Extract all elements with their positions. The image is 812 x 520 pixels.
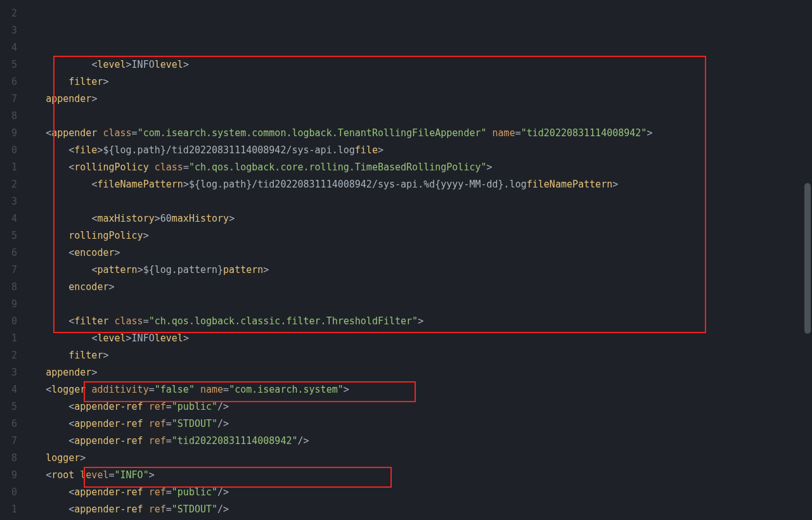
line-number: 9 — [0, 467, 18, 484]
code-line[interactable] — [23, 193, 812, 210]
code-line[interactable]: <appender-ref ref="tid20220831114008942"… — [23, 433, 812, 450]
code-line[interactable]: <maxHistory>60maxHistory> — [23, 210, 812, 227]
code-line[interactable]: <pattern>${log.pattern}pattern> — [23, 262, 812, 279]
line-number: 2 — [0, 347, 18, 364]
line-number: 9 — [0, 125, 18, 142]
line-number: 1 — [0, 159, 18, 176]
code-line[interactable]: <appender-ref ref="public"/> — [23, 398, 812, 415]
line-number: 6 — [0, 244, 18, 262]
line-number: 3 — [0, 193, 18, 210]
line-number: 2 — [0, 176, 18, 193]
line-number: 4 — [0, 210, 18, 227]
line-number: 4 — [0, 381, 18, 398]
line-number: 7 — [0, 262, 18, 279]
code-line[interactable]: <level>INFOlevel> — [23, 330, 812, 347]
line-number: 7 — [0, 433, 18, 450]
line-number: 0 — [0, 484, 18, 501]
code-line[interactable]: <root level="INFO"> — [23, 467, 812, 484]
code-line[interactable]: <encoder> — [23, 244, 812, 262]
line-number-gutter: 2 3 4 5 6 7 8 9 0 1 2 3 4 5 6 7 8 9 0 1 … — [0, 0, 19, 520]
code-line[interactable] — [23, 296, 812, 313]
line-number: 8 — [0, 108, 18, 125]
code-line[interactable]: <appender class="com.isearch.system.comm… — [23, 125, 812, 142]
line-number: 9 — [0, 296, 18, 313]
code-line[interactable]: logger> — [23, 450, 812, 467]
code-line[interactable]: filter> — [23, 73, 812, 91]
code-line[interactable]: <level>INFOlevel> — [23, 56, 812, 73]
line-number: 5 — [0, 227, 18, 244]
code-line[interactable]: encoder> — [23, 279, 812, 296]
scrollbar-thumb[interactable] — [804, 183, 811, 334]
code-line[interactable]: <file>${log.path}/tid20220831114008942/s… — [23, 142, 812, 159]
line-number: 1 — [0, 330, 18, 347]
code-line[interactable]: <appender-ref ref="STDOUT"/> — [23, 415, 812, 433]
code-line[interactable]: rollingPolicy> — [23, 227, 812, 244]
line-number: 8 — [0, 450, 18, 467]
line-number: 5 — [0, 56, 18, 73]
line-number: 3 — [0, 364, 18, 381]
code-line[interactable]: <logger additivity="false" name="com.ise… — [23, 381, 812, 398]
line-number: 1 — [0, 501, 18, 518]
line-number: 8 — [0, 279, 18, 296]
scrollbar-track[interactable] — [803, 0, 812, 520]
code-line[interactable]: <appender-ref ref="STDOUT"/> — [23, 501, 812, 518]
code-line[interactable]: <fileNamePattern>${log.path}/tid20220831… — [23, 176, 812, 193]
line-number: 6 — [0, 415, 18, 433]
line-number: 3 — [0, 22, 18, 39]
code-line[interactable]: <rollingPolicy class="ch.qos.logback.cor… — [23, 159, 812, 176]
line-number: 4 — [0, 39, 18, 56]
code-line[interactable]: <appender-ref ref="public"/> — [23, 484, 812, 501]
code-line[interactable]: appender> — [23, 91, 812, 108]
line-number: 7 — [0, 91, 18, 108]
code-area[interactable]: <level>INFOlevel> filter> appender> <app… — [19, 0, 812, 520]
code-line[interactable]: <filter class="ch.qos.logback.classic.fi… — [23, 313, 812, 330]
line-number: 0 — [0, 142, 18, 159]
line-number: 5 — [0, 398, 18, 415]
code-line[interactable]: filter> — [23, 347, 812, 364]
code-line[interactable] — [23, 108, 812, 125]
line-number: 2 — [0, 5, 18, 22]
code-editor[interactable]: 2 3 4 5 6 7 8 9 0 1 2 3 4 5 6 7 8 9 0 1 … — [0, 0, 812, 520]
code-line[interactable]: appender> — [23, 364, 812, 381]
line-number: 6 — [0, 73, 18, 91]
line-number: 0 — [0, 313, 18, 330]
